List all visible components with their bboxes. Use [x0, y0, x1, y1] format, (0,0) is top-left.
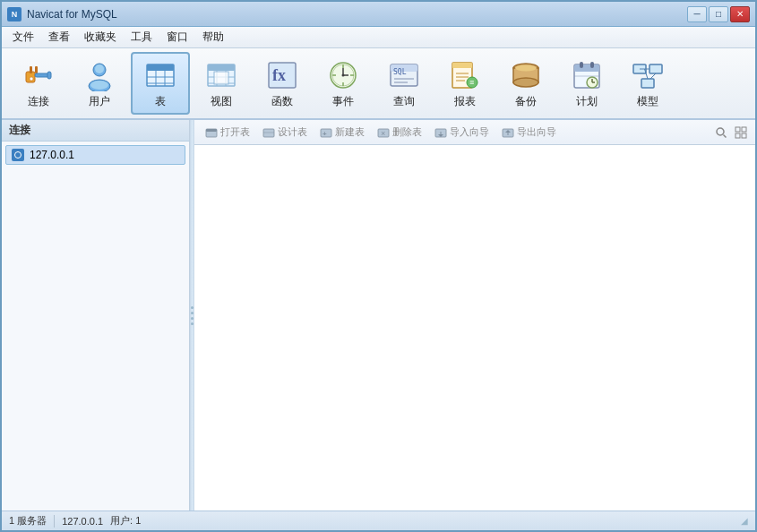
- menu-bar: 文件 查看 收藏夹 工具 窗口 帮助: [2, 27, 755, 48]
- svg-rect-82: [735, 133, 740, 138]
- menu-help[interactable]: 帮助: [195, 28, 231, 47]
- report-icon: ≡: [446, 57, 484, 92]
- event-label: 事件: [332, 94, 354, 109]
- svg-rect-59: [649, 64, 662, 73]
- svg-point-33: [342, 73, 345, 76]
- model-icon: [629, 57, 667, 92]
- grid-icon-btn[interactable]: [732, 124, 750, 142]
- svg-point-9: [90, 81, 108, 90]
- event-icon: [324, 57, 362, 92]
- menu-file[interactable]: 文件: [5, 28, 41, 47]
- function-icon: fx: [263, 57, 301, 92]
- svg-rect-60: [641, 79, 654, 88]
- window-title: Navicat for MySQL: [27, 8, 687, 21]
- toolbar-query[interactable]: SQL 查询: [374, 52, 434, 115]
- ct-delete-label: 删除表: [392, 125, 422, 139]
- toolbar-report[interactable]: ≡ 报表: [435, 52, 495, 115]
- schedule-label: 计划: [576, 94, 598, 109]
- ct-open-label: 打开表: [220, 125, 250, 139]
- connection-icon-inner: [14, 151, 22, 159]
- sidebar-header: 连接: [2, 120, 189, 142]
- status-user: 用户: 1: [110, 514, 141, 528]
- ct-import-label: 导入向导: [450, 125, 489, 139]
- svg-text:×: ×: [381, 129, 385, 138]
- menu-view[interactable]: 查看: [41, 28, 77, 47]
- connection-name: 127.0.0.1: [30, 149, 74, 161]
- ct-design-icon: [262, 126, 275, 139]
- svg-rect-22: [214, 72, 228, 84]
- svg-rect-1: [30, 66, 32, 73]
- status-server-count: 1 服务器: [9, 514, 47, 528]
- content-toolbar: 打开表 设计表 + 新建表 ×: [194, 120, 755, 145]
- svg-point-78: [717, 128, 724, 135]
- toolbar-model[interactable]: 模型: [618, 52, 677, 115]
- svg-line-63: [650, 73, 656, 79]
- sidebar-title: 连接: [9, 123, 30, 138]
- toolbar-user[interactable]: 用户: [70, 52, 129, 115]
- resize-grip[interactable]: ◢: [741, 516, 748, 526]
- svg-rect-17: [208, 64, 235, 71]
- menu-window[interactable]: 窗口: [159, 28, 195, 47]
- sidebar-content: 127.0.0.1: [2, 142, 189, 511]
- ct-export-wizard: 导出向导: [496, 124, 562, 141]
- query-icon: SQL: [385, 57, 423, 92]
- svg-point-5: [30, 77, 33, 81]
- search-icon-btn[interactable]: [712, 124, 730, 142]
- menu-favorites[interactable]: 收藏夹: [77, 28, 124, 47]
- report-label: 报表: [454, 94, 476, 109]
- svg-text:fx: fx: [272, 66, 286, 84]
- svg-rect-83: [742, 133, 746, 138]
- ct-delete-table: × 删除表: [372, 124, 427, 141]
- status-connection: 127.0.0.1: [62, 516, 103, 527]
- content-main: [194, 145, 755, 511]
- close-button[interactable]: ✕: [730, 6, 750, 22]
- window-controls: ─ □ ✕: [687, 6, 750, 22]
- svg-rect-51: [574, 64, 599, 72]
- svg-rect-11: [147, 64, 174, 71]
- content-toolbar-right: [712, 124, 750, 142]
- user-icon: [81, 57, 118, 92]
- svg-rect-80: [735, 127, 740, 132]
- model-label: 模型: [637, 94, 658, 109]
- maximize-button[interactable]: □: [709, 6, 728, 22]
- query-label: 查询: [393, 94, 415, 109]
- svg-rect-53: [590, 62, 594, 68]
- svg-rect-66: [263, 129, 274, 137]
- toolbar-table[interactable]: 表: [131, 52, 190, 115]
- view-icon: [202, 57, 240, 92]
- toolbar-function[interactable]: fx 函数: [253, 52, 312, 115]
- toolbar-connect[interactable]: 连接: [9, 52, 68, 115]
- ct-import-icon: [434, 126, 447, 139]
- connection-icon: [12, 149, 24, 161]
- toolbar: 连接 用户: [2, 48, 755, 120]
- ct-design-label: 设计表: [278, 125, 307, 139]
- view-label: 视图: [211, 94, 232, 109]
- svg-point-8: [95, 64, 104, 73]
- function-label: 函数: [271, 94, 293, 109]
- menu-tools[interactable]: 工具: [124, 28, 159, 47]
- sidebar: 连接 127.0.0.1: [2, 120, 190, 511]
- svg-rect-65: [206, 129, 217, 132]
- ct-export-label: 导出向导: [517, 125, 556, 139]
- connection-item-127001[interactable]: 127.0.0.1: [5, 145, 185, 165]
- content-area: 打开表 设计表 + 新建表 ×: [194, 120, 755, 511]
- status-separator-1: [54, 515, 55, 528]
- svg-point-49: [515, 64, 537, 71]
- ct-new-label: 新建表: [335, 125, 365, 139]
- app-icon: N: [7, 7, 22, 21]
- toolbar-view[interactable]: 视图: [192, 52, 251, 115]
- ct-new-table: + 新建表: [314, 124, 370, 141]
- toolbar-backup[interactable]: 备份: [496, 52, 555, 115]
- svg-rect-52: [580, 62, 583, 68]
- ct-new-icon: +: [320, 126, 332, 139]
- minimize-button[interactable]: ─: [687, 6, 707, 22]
- connect-icon: [20, 57, 57, 92]
- svg-text:≡: ≡: [469, 78, 474, 87]
- svg-rect-81: [742, 127, 746, 132]
- toolbar-schedule[interactable]: 计划: [557, 52, 616, 115]
- status-bar: 1 服务器 127.0.0.1 用户: 1 ◢: [2, 511, 755, 530]
- svg-line-79: [724, 134, 727, 137]
- toolbar-event[interactable]: 事件: [314, 52, 373, 115]
- backup-icon: [507, 57, 545, 92]
- svg-point-48: [513, 78, 538, 87]
